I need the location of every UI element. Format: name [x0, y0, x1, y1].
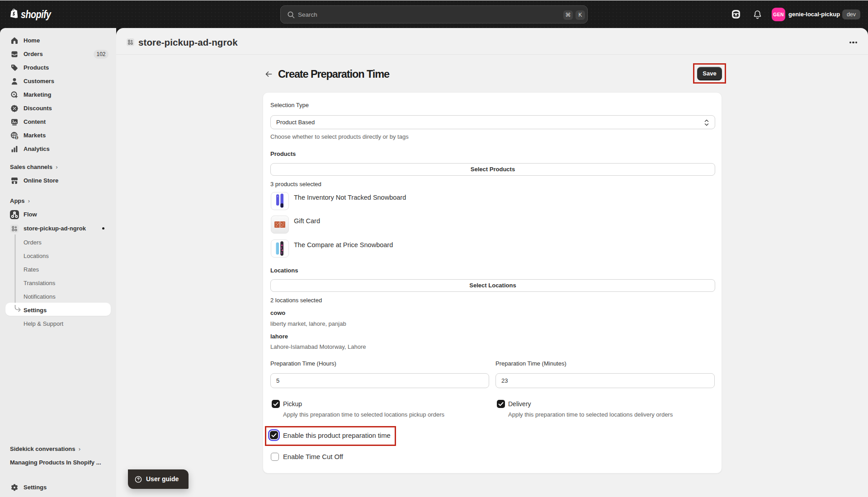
svg-text:$: $ — [16, 136, 18, 140]
